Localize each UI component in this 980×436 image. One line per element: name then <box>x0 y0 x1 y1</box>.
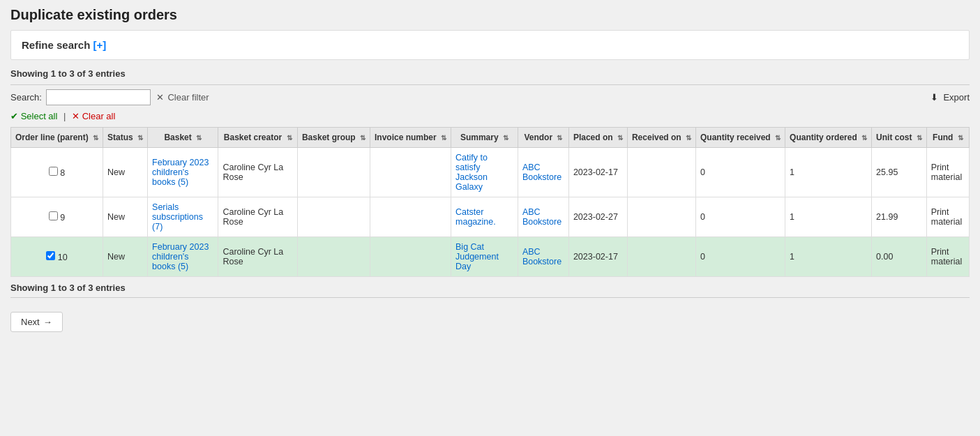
sort-qty-received-icon: ⇅ <box>775 134 781 142</box>
table-row: 10 New February 2023 children's books (5… <box>11 237 970 277</box>
orders-table: Order line (parent) ⇅ Status ⇅ Basket ⇅ … <box>10 127 970 277</box>
col-basket[interactable]: Basket ⇅ <box>148 128 218 148</box>
vendor-link[interactable]: ABC Bookstore <box>522 247 561 266</box>
col-received-on[interactable]: Received on ⇅ <box>627 128 695 148</box>
divider-bottom <box>10 297 970 298</box>
table-row: 9 New Serials subscriptions (7) Caroline… <box>11 197 970 237</box>
row-vendor: ABC Bookstore <box>518 197 568 237</box>
showing-entries-top: Showing 1 to 3 of 3 entries <box>10 68 970 79</box>
col-basket-group[interactable]: Basket group ⇅ <box>297 128 370 148</box>
row-received-on <box>627 148 695 197</box>
select-all-link[interactable]: ✔ Select all <box>10 111 60 121</box>
clear-all-link[interactable]: ✕ Clear all <box>72 111 115 121</box>
row-checkbox-cell: 10 <box>11 237 103 277</box>
col-vendor[interactable]: Vendor ⇅ <box>518 128 568 148</box>
refine-search-label[interactable]: Refine search [+] <box>22 39 106 51</box>
row-basket-group <box>297 148 370 197</box>
row-basket: Serials subscriptions (7) <box>148 197 218 237</box>
table-row: 8 New February 2023 children's books (5)… <box>11 148 970 197</box>
col-unit-cost[interactable]: Unit cost ⇅ <box>872 128 927 148</box>
row-basket: February 2023 children's books (5) <box>148 148 218 197</box>
sort-received-on-icon: ⇅ <box>686 134 691 142</box>
separator: | <box>63 111 66 121</box>
row-summary: Catster magazine. <box>451 197 518 237</box>
row-basket-creator: Caroline Cyr La Rose <box>218 148 298 197</box>
row-received-on <box>627 237 695 277</box>
sort-basket-icon: ⇅ <box>196 134 202 142</box>
order-line-id: 8 <box>60 168 65 178</box>
select-bar: ✔ Select all | ✕ Clear all <box>10 111 970 121</box>
sort-order-line-icon: ⇅ <box>93 134 98 142</box>
col-status[interactable]: Status ⇅ <box>103 128 148 148</box>
row-invoice-number <box>370 197 451 237</box>
row-received-on <box>627 197 695 237</box>
row-fund: Print material <box>926 197 969 237</box>
search-export-row: Search: ✕ Clear filter ⬇ Export <box>10 89 970 105</box>
basket-link[interactable]: February 2023 children's books (5) <box>152 158 209 187</box>
row-unit-cost: 25.95 <box>872 148 927 197</box>
refine-search-panel: Refine search [+] <box>10 30 970 60</box>
sort-vendor-icon: ⇅ <box>557 134 562 142</box>
row-summary: Big Cat Judgement Day <box>451 237 518 277</box>
row-qty-ordered: 1 <box>785 148 872 197</box>
summary-link[interactable]: Big Cat Judgement Day <box>455 242 499 271</box>
row-placed-on: 2023-02-27 <box>568 197 627 237</box>
row-vendor: ABC Bookstore <box>518 237 568 277</box>
clear-filter-button[interactable]: ✕ Clear filter <box>156 92 209 103</box>
col-placed-on[interactable]: Placed on ⇅ <box>568 128 627 148</box>
row-basket-group <box>297 237 370 277</box>
sort-placed-on-icon: ⇅ <box>617 134 623 142</box>
sort-unit-cost-icon: ⇅ <box>917 134 922 142</box>
col-summary[interactable]: Summary ⇅ <box>451 128 518 148</box>
row-vendor: ABC Bookstore <box>518 148 568 197</box>
summary-link[interactable]: Catify to satisfy Jackson Galaxy <box>455 153 488 192</box>
sort-summary-icon: ⇅ <box>503 134 508 142</box>
export-button[interactable]: ⬇ Export <box>930 92 970 103</box>
showing-entries-bottom: Showing 1 to 3 of 3 entries <box>10 283 970 293</box>
col-order-line[interactable]: Order line (parent) ⇅ <box>11 128 103 148</box>
row-placed-on: 2023-02-17 <box>568 148 627 197</box>
search-label: Search: <box>10 92 42 103</box>
basket-link[interactable]: February 2023 children's books (5) <box>152 242 209 271</box>
page-title: Duplicate existing orders <box>10 7 970 23</box>
sort-fund-icon: ⇅ <box>958 134 963 142</box>
row-checkbox[interactable] <box>49 211 58 220</box>
col-basket-creator[interactable]: Basket creator ⇅ <box>218 128 298 148</box>
row-status: New <box>103 237 148 277</box>
row-basket-creator: Caroline Cyr La Rose <box>218 197 298 237</box>
col-qty-received[interactable]: Quantity received ⇅ <box>695 128 785 148</box>
row-checkbox[interactable] <box>49 167 58 176</box>
row-fund: Print material <box>926 237 969 277</box>
order-line-id: 9 <box>60 213 65 223</box>
search-input[interactable] <box>46 89 151 105</box>
next-arrow-icon: → <box>43 317 52 327</box>
col-fund[interactable]: Fund ⇅ <box>926 128 969 148</box>
col-qty-ordered[interactable]: Quantity ordered ⇅ <box>785 128 872 148</box>
row-qty-ordered: 1 <box>785 197 872 237</box>
row-basket: February 2023 children's books (5) <box>148 237 218 277</box>
row-checkbox-cell: 9 <box>11 197 103 237</box>
row-status: New <box>103 148 148 197</box>
row-qty-ordered: 1 <box>785 237 872 277</box>
row-invoice-number <box>370 237 451 277</box>
row-fund: Print material <box>926 148 969 197</box>
sort-basket-group-icon: ⇅ <box>360 134 365 142</box>
vendor-link[interactable]: ABC Bookstore <box>522 163 561 182</box>
next-button[interactable]: Next → <box>10 312 63 332</box>
basket-link[interactable]: Serials subscriptions (7) <box>152 202 203 232</box>
row-unit-cost: 0.00 <box>872 237 927 277</box>
row-checkbox[interactable] <box>46 251 55 260</box>
sort-qty-ordered-icon: ⇅ <box>861 134 867 142</box>
row-placed-on: 2023-02-17 <box>568 237 627 277</box>
row-qty-received: 0 <box>695 197 785 237</box>
vendor-link[interactable]: ABC Bookstore <box>522 207 561 227</box>
table-header-row: Order line (parent) ⇅ Status ⇅ Basket ⇅ … <box>11 128 970 148</box>
row-qty-received: 0 <box>695 148 785 197</box>
col-invoice-number[interactable]: Invoice number ⇅ <box>370 128 451 148</box>
row-summary: Catify to satisfy Jackson Galaxy <box>451 148 518 197</box>
summary-link[interactable]: Catster magazine. <box>455 207 496 227</box>
sort-status-icon: ⇅ <box>137 134 143 142</box>
row-unit-cost: 21.99 <box>872 197 927 237</box>
sort-invoice-icon: ⇅ <box>441 134 446 142</box>
order-line-id: 10 <box>58 253 68 262</box>
